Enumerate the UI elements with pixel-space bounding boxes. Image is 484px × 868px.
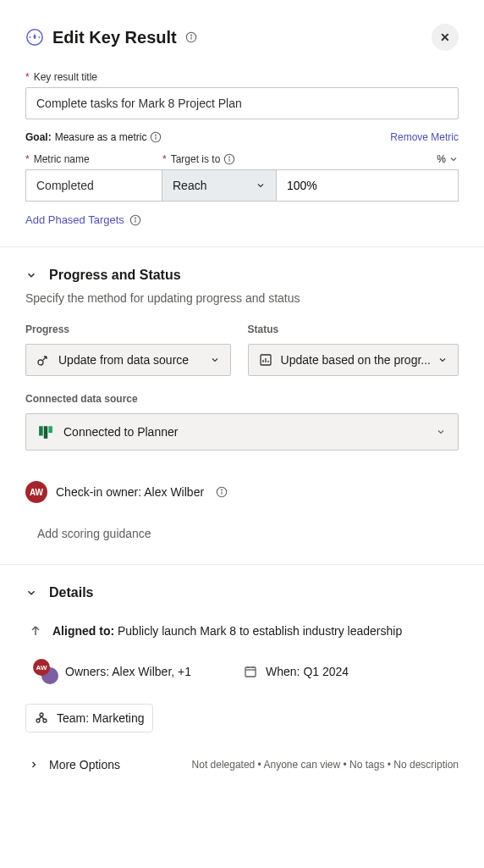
svg-point-15 xyxy=(135,217,135,218)
info-icon[interactable] xyxy=(129,214,141,226)
chevron-down-icon xyxy=(25,587,37,599)
info-icon[interactable] xyxy=(150,131,162,143)
svg-rect-27 xyxy=(245,667,256,677)
gauge-icon xyxy=(25,28,44,47)
svg-point-26 xyxy=(222,489,223,490)
remove-metric-link[interactable]: Remove Metric xyxy=(390,131,459,143)
svg-point-12 xyxy=(229,157,230,158)
svg-line-35 xyxy=(41,716,44,720)
title-label: Key result title xyxy=(25,71,459,83)
team-value: Marketing xyxy=(92,711,144,725)
when-value: Q1 2024 xyxy=(303,665,349,678)
info-icon[interactable] xyxy=(216,486,228,498)
progress-select[interactable]: Update from data source xyxy=(25,344,231,376)
team-card[interactable]: Team: Marketing xyxy=(25,704,153,733)
svg-point-1 xyxy=(34,37,36,39)
svg-rect-22 xyxy=(44,426,48,439)
owners-avatar: AW xyxy=(35,661,57,683)
svg-point-9 xyxy=(156,135,157,135)
svg-point-16 xyxy=(38,360,43,365)
connected-source[interactable]: Connected to Planner xyxy=(25,413,459,451)
svg-line-34 xyxy=(39,716,41,720)
add-guidance-link[interactable]: Add scoring guidance xyxy=(37,527,459,540)
planner-icon xyxy=(38,424,53,440)
connected-label: Connected data source xyxy=(25,393,459,405)
metric-name-input[interactable] xyxy=(25,169,162,202)
chevron-down-icon xyxy=(256,180,266,191)
footer-meta: Not delegated • Anyone can view • No tag… xyxy=(192,759,459,771)
owners-label: Owners: xyxy=(65,665,109,678)
unit-selector[interactable]: % xyxy=(437,153,459,165)
checkin-owner-row[interactable]: AW Check-in owner: Alex Wilber xyxy=(25,481,459,503)
when-label: When: xyxy=(266,665,300,678)
chevron-down-icon xyxy=(436,427,446,437)
status-select[interactable]: Update based on the progr... xyxy=(248,344,459,376)
team-icon xyxy=(35,711,48,725)
goal-text: Measure as a metric xyxy=(55,131,147,143)
aligned-label: Aligned to: xyxy=(52,624,114,638)
chevron-down-icon xyxy=(210,355,220,365)
calendar-icon xyxy=(244,665,257,678)
chevron-right-icon xyxy=(29,760,39,770)
progress-section-title: Progress and Status xyxy=(49,268,181,283)
checkin-name: Alex Wilber xyxy=(144,485,204,499)
when-card[interactable]: When: Q1 2024 xyxy=(234,653,358,690)
close-button[interactable]: ✕ xyxy=(432,24,459,51)
chevron-down-icon xyxy=(25,269,37,281)
svg-point-31 xyxy=(40,713,43,716)
chevron-down-icon xyxy=(437,355,448,365)
status-label: Status xyxy=(248,323,459,335)
svg-rect-21 xyxy=(39,426,43,435)
add-phased-link[interactable]: Add Phased Targets xyxy=(25,213,124,226)
arrow-up-icon xyxy=(29,624,42,638)
owners-card[interactable]: AW Owners: Alex Wilber, +1 xyxy=(25,653,201,690)
page-title: Edit Key Result xyxy=(52,28,177,47)
chart-icon xyxy=(259,353,272,367)
info-icon[interactable] xyxy=(223,153,235,165)
svg-rect-23 xyxy=(48,426,52,433)
details-section-toggle[interactable]: Details xyxy=(25,585,459,600)
reach-select[interactable]: Reach xyxy=(162,169,277,202)
aligned-value: Publicly launch Mark 8 to establish indu… xyxy=(118,624,402,638)
owners-value: Alex Wilber, +1 xyxy=(112,665,191,678)
progress-subtitle: Specify the method for updating progress… xyxy=(25,291,459,305)
checkin-label: Check-in owner: xyxy=(56,485,141,499)
metric-name-label: Metric name xyxy=(25,153,162,165)
target-value-input[interactable] xyxy=(277,169,459,202)
aligned-row[interactable]: Aligned to: Publicly launch Mark 8 to es… xyxy=(25,624,459,638)
svg-point-6 xyxy=(190,35,191,36)
details-section-title: Details xyxy=(49,585,93,600)
target-label: Target is to xyxy=(162,153,220,165)
team-label: Team: xyxy=(57,711,89,725)
avatar: AW xyxy=(25,481,47,503)
title-input[interactable] xyxy=(25,87,459,119)
more-options-toggle[interactable]: More Options xyxy=(29,758,120,771)
info-icon[interactable] xyxy=(185,31,197,43)
chevron-down-icon xyxy=(448,154,459,164)
goal-prefix: Goal: xyxy=(25,131,52,143)
progress-section-toggle[interactable]: Progress and Status xyxy=(25,268,459,283)
progress-label: Progress xyxy=(25,323,231,335)
data-source-icon xyxy=(36,353,50,367)
